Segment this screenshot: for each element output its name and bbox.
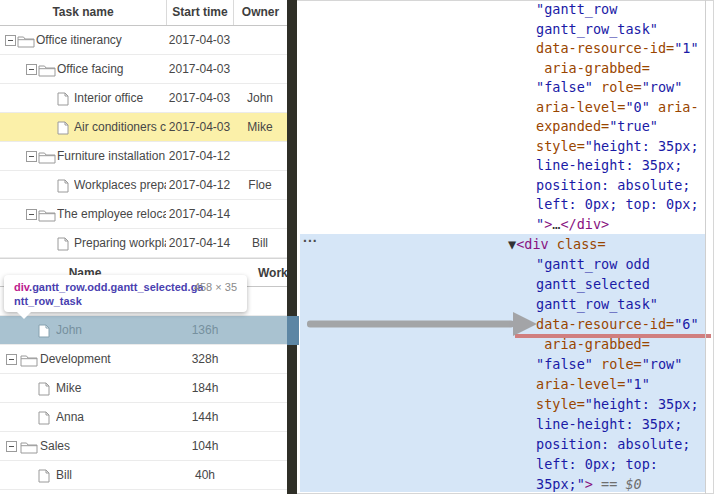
collapse-expander[interactable] (26, 209, 37, 220)
task-name-label: Interior office (74, 84, 166, 112)
node-above-line-8[interactable]: style="height: 35px; (297, 137, 706, 157)
resource-row-anna[interactable]: Anna144h (0, 403, 287, 432)
node-above-line-12[interactable]: ">…</div> (297, 215, 706, 235)
tag-token: <div (516, 236, 557, 252)
collapse-expander[interactable] (6, 354, 17, 365)
attribute-name-token: aria-level= (536, 99, 625, 115)
task-row-air-conditioners-check[interactable]: Air conditioners check2017-04-03Mike (0, 113, 287, 142)
node-above-line-6[interactable]: aria-level="0" aria- (297, 98, 706, 118)
attribute-value-token: "height: 35px; (585, 138, 699, 154)
node-above-line-9[interactable]: line-height: 35px; (297, 156, 706, 176)
file-icon (57, 179, 69, 197)
node-above-line-11[interactable]: left: 0px; top: 0px; (297, 195, 706, 215)
selected-node-line-12[interactable]: left: 0px; top: (300, 454, 705, 474)
attribute-name-token: expanded= (536, 118, 609, 134)
devtools-node-above: "gantt_rowgantt_row_task"data-resource-i… (297, 0, 706, 234)
resource-row-development[interactable]: Development328h (0, 345, 287, 374)
attribute-value-token: gantt_selected (536, 276, 650, 292)
folder-icon (38, 63, 56, 81)
resource-row-john[interactable]: John136h (0, 316, 287, 345)
start-time-cell: 2017-04-12 (166, 171, 233, 199)
node-above-line-1[interactable]: "gantt_row (297, 0, 706, 20)
file-icon (38, 324, 50, 342)
task-row-interior-office[interactable]: Interior office2017-04-03John (0, 84, 287, 113)
selected-node-line-9[interactable]: style="height: 35px; (300, 394, 705, 414)
owner-cell: Mike (233, 113, 287, 141)
attribute-name-token: data-resource-id= (536, 316, 674, 332)
attribute-name-token: style= (536, 396, 585, 412)
selected-node-line-3[interactable]: gantt_selected (300, 274, 705, 294)
panel-splitter[interactable] (287, 0, 297, 494)
owner-cell: John (233, 84, 287, 112)
selected-node-line-7[interactable]: "false" role="row" (300, 354, 705, 374)
selected-node-line-13[interactable]: 35px;"> == $0 (300, 474, 705, 494)
task-name-label: Air conditioners check (74, 113, 166, 141)
collapse-expander[interactable] (26, 64, 37, 75)
file-icon (57, 121, 69, 139)
tooltip-class-list-line1: .gantt_row.odd.gantt_selected.ga (29, 281, 203, 293)
task-row-preparing-workplace[interactable]: Preparing workplace2017-04-14Bill (0, 229, 287, 258)
task-name-label: Mike (56, 374, 166, 402)
text-token: ▼ (508, 236, 516, 252)
task-name-label: John (56, 316, 166, 344)
gantt-grid-panel: Task nameStart timeOwner Office itineran… (0, 0, 287, 494)
console-reference-token: == $0 (601, 476, 642, 492)
folder-icon (38, 208, 56, 226)
start-time-cell: 2017-04-12 (166, 142, 233, 170)
attribute-name-token: role= (601, 79, 642, 95)
file-icon (57, 92, 69, 110)
task-row-office-itinerancy[interactable]: Office itinerancy2017-04-03 (0, 26, 287, 55)
attribute-name-token: data-resource-id= (536, 40, 674, 56)
selected-node-line-2[interactable]: "gantt_row odd (300, 254, 705, 274)
inspect-highlight-cap (287, 316, 299, 345)
attribute-name-token: aria-grabbed= (536, 60, 650, 76)
node-above-line-3[interactable]: data-resource-id="1" (297, 39, 706, 59)
devtools-selected-node[interactable]: ... ▼<div class="gantt_row oddgantt_sele… (300, 234, 705, 492)
folder-icon (20, 440, 38, 458)
annotation-arrow (300, 309, 540, 339)
devtools-panel-right-border (705, 0, 706, 494)
inspect-tooltip: div.gantt_row.odd.gantt_selected.ga ntt_… (4, 275, 247, 312)
selected-node-line-1[interactable]: ▼<div class= (300, 234, 705, 254)
node-above-line-2[interactable]: gantt_row_task" (297, 20, 706, 40)
devtools-ellipsis-button[interactable]: ... (303, 230, 318, 244)
selected-node-line-11[interactable]: position: absolute; (300, 434, 705, 454)
task-row-office-facing[interactable]: Office facing2017-04-03 (0, 55, 287, 84)
attribute-name-token: aria- (658, 99, 699, 115)
task-name-label: The employee relocation (57, 200, 166, 228)
attribute-value-token: line-height: 35px; (536, 157, 682, 173)
workload-cell: 144h (170, 403, 240, 431)
collapse-expander[interactable] (26, 151, 37, 162)
text-token (650, 99, 658, 115)
attribute-value-token: "0" (625, 99, 649, 115)
task-name-label: Sales (40, 432, 166, 460)
start-time-cell: 2017-04-03 (166, 26, 233, 54)
workload-cell: 104h (170, 432, 240, 460)
attribute-value-token: left: 0px; top: 0px; (536, 196, 699, 212)
collapse-expander[interactable] (5, 35, 16, 46)
start-time-cell: 2017-04-14 (166, 229, 233, 257)
attribute-name-token: style= (536, 138, 585, 154)
resource-row-mike[interactable]: Mike184h (0, 374, 287, 403)
attribute-value-token: position: absolute; (536, 177, 690, 193)
node-above-line-5[interactable]: "false" role="row" (297, 78, 706, 98)
start-time-cell: 2017-04-14 (166, 200, 233, 228)
task-name-label: Office itinerancy (36, 26, 166, 54)
node-above-line-7[interactable]: expanded="true" (297, 117, 706, 137)
collapse-expander[interactable] (6, 441, 17, 452)
task-row-the-employee-relocation[interactable]: The employee relocation2017-04-14 (0, 200, 287, 229)
task-row-workplaces-preparation[interactable]: Workplaces preparation2017-04-12Floe (0, 171, 287, 200)
workload-cell: 136h (170, 316, 240, 344)
text-token (593, 476, 601, 492)
file-icon (38, 411, 50, 429)
selected-node-line-10[interactable]: line-height: 35px; (300, 414, 705, 434)
selected-node-line-8[interactable]: aria-level="1" (300, 374, 705, 394)
resource-row-bill[interactable]: Bill40h (0, 461, 287, 490)
task-name-label: Workplaces preparation (74, 171, 166, 199)
resource-row-sales[interactable]: Sales104h (0, 432, 287, 461)
node-above-line-10[interactable]: position: absolute; (297, 176, 706, 196)
owner-cell: Floe (233, 171, 287, 199)
attribute-value-token: "row" (642, 79, 683, 95)
node-above-line-4[interactable]: aria-grabbed= (297, 59, 706, 79)
task-row-furniture-installation[interactable]: Furniture installation2017-04-12 (0, 142, 287, 171)
